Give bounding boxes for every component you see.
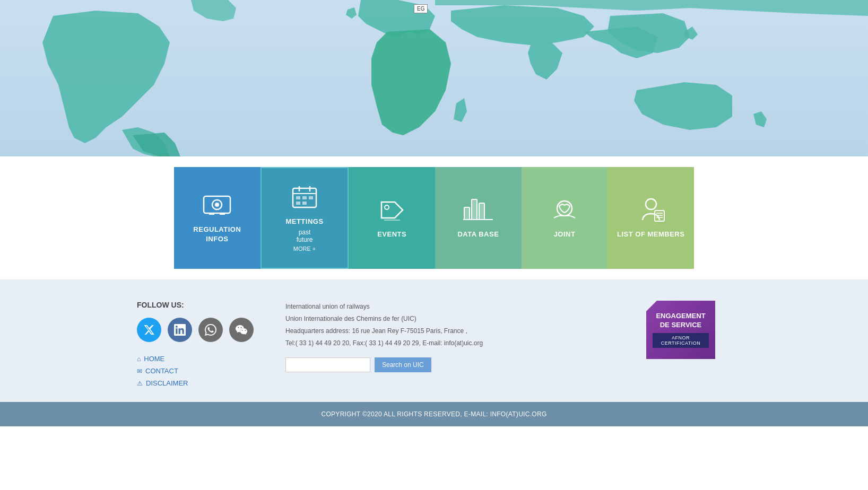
tile-events[interactable]: EVENTS [349, 167, 435, 269]
footer-center: International union of railways Union In… [285, 301, 614, 372]
tile-list-of-members[interactable]: LIST OF MEMBERS [607, 167, 694, 269]
svg-rect-17 [472, 199, 477, 220]
footer-nav: ⌂ HOME ✉ CONTACT ⚠ DISCLAIMER [137, 355, 254, 387]
svg-rect-14 [296, 202, 300, 205]
svg-point-3 [215, 203, 219, 207]
footer-left: FOLLOW US: ⌂ HOME [137, 301, 254, 391]
org-address: Headquarters address: 16 rue Jean Rey F-… [285, 325, 614, 337]
envelope-icon: ✉ [137, 368, 142, 375]
tile-list-of-members-title: LIST OF MEMBERS [617, 230, 684, 239]
world-map [0, 0, 868, 156]
svg-rect-13 [309, 196, 313, 199]
svg-rect-12 [302, 196, 307, 199]
search-row: Search on UIC [285, 357, 614, 372]
tiles-section: REGULATION INFOS METTINGS pastfuture [0, 156, 868, 279]
copyright-bar: COPYRIGHT ©2020 ALL RIGHTS RESERVED, E-M… [0, 402, 868, 426]
org-contact: Tel:( 33 1) 44 49 20 20, Fax:( 33 1) 44 … [285, 337, 614, 349]
tiles-wrapper: REGULATION INFOS METTINGS pastfuture [174, 167, 694, 269]
nav-contact[interactable]: ✉ CONTACT [137, 367, 254, 375]
nav-home[interactable]: ⌂ HOME [137, 355, 254, 363]
svg-point-16 [385, 205, 389, 209]
follow-label: FOLLOW US: [137, 301, 254, 309]
eg-country-label: EG [414, 4, 428, 13]
org-name: International union of railways [285, 301, 614, 313]
linkedin-button[interactable] [168, 318, 192, 342]
org-info: International union of railways Union In… [285, 301, 614, 349]
svg-point-22 [646, 199, 656, 209]
tile-database-title: DATA BASE [457, 230, 499, 239]
tile-meetings-title: METTINGS [285, 217, 323, 226]
wechat-button[interactable] [229, 318, 254, 342]
footer-section: FOLLOW US: ⌂ HOME [0, 279, 868, 402]
handshake-icon [549, 197, 580, 223]
tile-events-title: EVENTS [377, 230, 406, 239]
svg-rect-11 [296, 196, 300, 199]
org-full-name: Union Internationale des Chemins de fer … [285, 313, 614, 325]
social-icons [137, 318, 254, 342]
world-map-section: EG [0, 0, 868, 156]
tag-icon [376, 197, 408, 223]
disclaimer-link[interactable]: DISCLAIMER [146, 379, 188, 387]
footer-right: ENGAGEMENT DE SERVICE AFNOR CERTIFICATIO… [646, 301, 731, 359]
tile-database[interactable]: DATA BASE [435, 167, 522, 269]
home-icon: ⌂ [137, 355, 141, 363]
calendar-icon [289, 184, 320, 211]
tile-joint-title: JOINT [554, 230, 576, 239]
svg-rect-19 [464, 207, 470, 220]
whatsapp-button[interactable] [198, 318, 223, 342]
tile-regulation-infos-title: REGULATION INFOS [182, 225, 253, 244]
home-link[interactable]: HOME [144, 355, 164, 363]
tile-meetings-subtitle: pastfuture [297, 229, 313, 243]
afnor-title: ENGAGEMENT DE SERVICE [656, 312, 705, 330]
search-input[interactable] [285, 357, 370, 372]
tile-joint[interactable]: JOINT [522, 167, 608, 269]
tile-regulation-infos[interactable]: REGULATION INFOS [174, 167, 261, 269]
nav-disclaimer[interactable]: ⚠ DISCLAIMER [137, 379, 254, 387]
svg-rect-15 [302, 202, 307, 205]
contact-link[interactable]: CONTACT [145, 367, 178, 375]
tile-meetings-more: MORE + [293, 246, 316, 252]
svg-point-21 [557, 201, 572, 216]
copyright-text: COPYRIGHT ©2020 ALL RIGHTS RESERVED, E-M… [321, 410, 546, 418]
warning-icon: ⚠ [137, 380, 143, 387]
members-icon [635, 197, 667, 223]
tile-meetings[interactable]: METTINGS pastfuture MORE + [261, 167, 349, 269]
eye-icon [201, 192, 233, 218]
afnor-sub: AFNOR CERTIFICATION [653, 333, 709, 348]
afnor-badge: ENGAGEMENT DE SERVICE AFNOR CERTIFICATIO… [646, 301, 715, 359]
twitter-button[interactable] [137, 318, 161, 342]
footer-inner: FOLLOW US: ⌂ HOME [116, 301, 752, 391]
search-button[interactable]: Search on UIC [375, 357, 431, 372]
database-icon [462, 197, 494, 223]
svg-rect-18 [479, 203, 484, 220]
